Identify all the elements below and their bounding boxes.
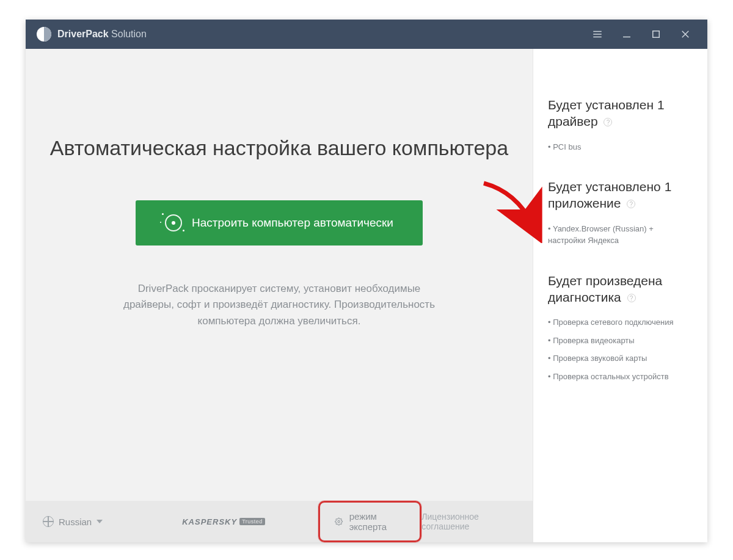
app-title: DriverPack Solution bbox=[57, 29, 147, 40]
sidebar-section-apps: Будет установлено 1 приложение ? Yandex.… bbox=[548, 178, 693, 247]
expert-mode-button[interactable]: режим эксперта bbox=[323, 505, 417, 538]
close-icon bbox=[680, 29, 691, 40]
maximize-button[interactable] bbox=[641, 20, 671, 49]
body: Автоматическая настройка вашего компьюте… bbox=[26, 49, 707, 542]
sidebar-heading-drivers: Будет установлен 1 драйвер ? bbox=[548, 96, 693, 130]
sparkle-disc-icon bbox=[165, 214, 182, 231]
page-heading: Автоматическая настройка вашего компьюте… bbox=[50, 134, 508, 162]
sidebar-heading-apps: Будет установлено 1 приложение ? bbox=[548, 178, 693, 212]
menu-button[interactable] bbox=[583, 20, 612, 49]
list-item: PCI bus bbox=[548, 141, 693, 153]
expert-mode-label: режим эксперта bbox=[349, 511, 406, 532]
auto-configure-button[interactable]: Настроить компьютер автоматически bbox=[136, 200, 423, 245]
close-button[interactable] bbox=[671, 20, 700, 49]
list-item: Проверка остальных устройств bbox=[548, 371, 693, 383]
help-icon[interactable]: ? bbox=[627, 294, 636, 302]
list-item: Yandex.Browser (Russian) + настройки Янд… bbox=[548, 223, 693, 247]
hamburger-icon bbox=[592, 29, 603, 40]
sidebar-heading-diagnostics: Будет произведена диагностика ? bbox=[548, 272, 693, 306]
kaspersky-label: KASPERSKY bbox=[182, 517, 237, 526]
svg-rect-4 bbox=[653, 31, 660, 38]
main-panel: Автоматическая настройка вашего компьюте… bbox=[26, 49, 533, 542]
footer-bar: Russian KASPERSKY Trusted bbox=[26, 501, 533, 542]
description-text: DriverPack просканирует систему, установ… bbox=[114, 281, 444, 329]
app-window: DriverPack Solution Автоматическая настр… bbox=[26, 20, 707, 542]
language-selector[interactable]: Russian bbox=[43, 516, 103, 527]
content-row: Автоматическая настройка вашего компьюте… bbox=[26, 49, 707, 542]
license-link[interactable]: Лицензионное соглашение bbox=[421, 512, 516, 531]
gear-icon bbox=[335, 517, 343, 526]
minimize-button[interactable] bbox=[612, 20, 641, 49]
minimize-icon bbox=[621, 29, 632, 40]
list-item: Проверка сетевого подключения bbox=[548, 316, 693, 329]
expert-mode-highlight: режим эксперта bbox=[318, 501, 421, 542]
chevron-down-icon bbox=[97, 520, 103, 523]
app-logo-icon bbox=[37, 27, 51, 42]
sidebar-section-diagnostics: Будет произведена диагностика ? Проверка… bbox=[548, 272, 693, 383]
trusted-badge: Trusted bbox=[239, 518, 265, 525]
kaspersky-badge: KASPERSKY Trusted bbox=[182, 517, 265, 526]
help-icon[interactable]: ? bbox=[627, 200, 635, 208]
list-item: Проверка видеокарты bbox=[548, 335, 693, 347]
list-item: Проверка звуковой карты bbox=[548, 352, 693, 365]
brand-bold: DriverPack bbox=[57, 29, 109, 39]
globe-icon bbox=[43, 516, 54, 527]
cta-label: Настроить компьютер автоматически bbox=[192, 216, 393, 230]
svg-point-7 bbox=[338, 520, 340, 522]
brand-thin: Solution bbox=[111, 29, 147, 39]
help-icon[interactable]: ? bbox=[604, 118, 612, 126]
maximize-icon bbox=[651, 29, 662, 40]
titlebar: DriverPack Solution bbox=[26, 20, 707, 49]
sidebar: Будет установлен 1 драйвер ? PCI bus Буд… bbox=[533, 49, 707, 542]
sidebar-section-drivers: Будет установлен 1 драйвер ? PCI bus bbox=[548, 96, 693, 153]
language-label: Russian bbox=[59, 517, 92, 527]
